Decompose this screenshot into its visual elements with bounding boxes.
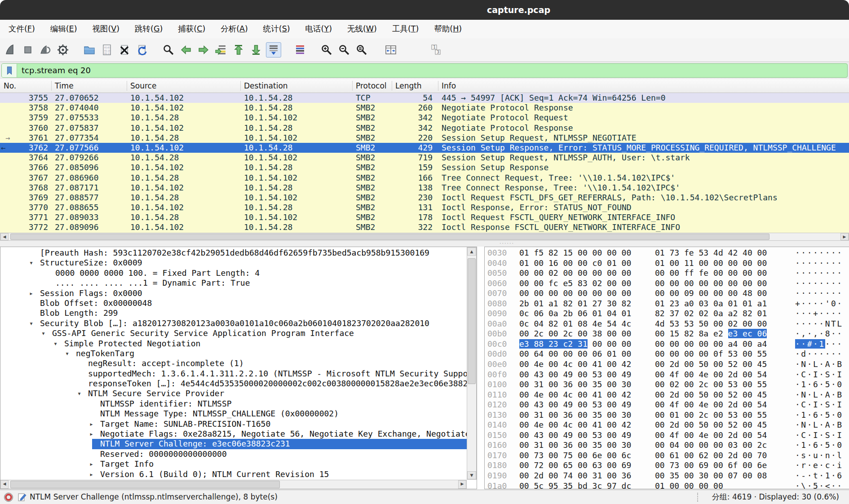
hex-ascii[interactable]: ········ ··	[795, 268, 849, 279]
packet-row-3767[interactable]: 376727.08696010.1.54.2810.1.54.102SMB216…	[0, 173, 849, 183]
menu-item[interactable]: 分析(A)	[213, 20, 256, 38]
hex-row-0040[interactable]: 004001 00 16 00 00 c0 01 0001 00 11 00 0…	[485, 258, 849, 269]
auto-scroll-icon[interactable]	[266, 42, 281, 57]
stop-capture-icon[interactable]	[20, 42, 35, 57]
column-divider[interactable]	[51, 81, 52, 91]
hex-bytes[interactable]: 00 00 09 00 00 00 48 00	[655, 288, 767, 299]
hex-bytes[interactable]: 00 04 00 00 00 03 00 2c	[655, 440, 767, 451]
detail-line[interactable]: ▸Target Name: SUNLAB-PRECISION-T1650	[0, 419, 467, 429]
hex-row-0060[interactable]: 006000 00 fc e5 83 02 00 0000 00 00 00 0…	[485, 279, 849, 289]
column-divider[interactable]	[127, 81, 127, 91]
hex-ascii[interactable]: ·-·t·1·6 ·5	[795, 471, 849, 481]
hex-bytes[interactable]: 01 73 fe 53 4d 42 40 00	[655, 248, 767, 258]
detail-line[interactable]: ▸Target Info	[0, 459, 467, 469]
detail-line[interactable]: 0000 0000 0000 100. = Fixed Part Length:…	[0, 268, 467, 278]
detail-line[interactable]: Reserved: 0000000000000000	[0, 449, 467, 459]
detail-vscrollbar[interactable]: ▲ ▼	[467, 247, 477, 480]
hex-bytes[interactable]: 00 73 00 69 00 6f 00 6e	[655, 460, 767, 471]
hex-bytes[interactable]: 00 61 00 62 00 2d 00 70	[655, 451, 767, 461]
column-numbers-icon[interactable]: 13	[429, 42, 445, 57]
col-header-protocol[interactable]: Protocol	[352, 79, 387, 93]
menu-item[interactable]: 帮助(H)	[426, 20, 469, 38]
hex-row-00e0[interactable]: 00e000 4e 00 4c 00 41 00 4200 2d 00 50 0…	[485, 359, 849, 370]
scroll-right-button[interactable]: ▶	[840, 233, 849, 240]
hex-bytes[interactable]: 00 43 00 49 00 53 00 49	[519, 370, 631, 380]
packet-row-3769[interactable]: 376927.08857710.1.54.2810.1.54.102SMB223…	[0, 193, 849, 203]
hex-row-0080[interactable]: 00802b 01 a1 82 01 27 30 8201 23 a0 03 0…	[485, 299, 849, 309]
packet-row-3762[interactable]: 376227.07756610.1.54.10210.1.54.28SMB242…	[0, 143, 849, 153]
packet-row-3771[interactable]: 377127.08903310.1.54.2810.1.54.102SMB217…	[0, 212, 849, 222]
scroll-left-button[interactable]: ◀	[0, 233, 9, 240]
hex-ascii[interactable]: ·1·6·5·0 ··	[795, 440, 849, 451]
hex-row-0160[interactable]: 016000 31 00 36 00 35 00 3000 04 00 00 0…	[485, 440, 849, 451]
hex-bytes[interactable]: 00 4e 00 4c 00 41 00 42	[519, 420, 631, 430]
detail-line[interactable]: NTLM Message Type: NTLMSSP_CHALLENGE (0x…	[0, 409, 467, 419]
packet-row-3770[interactable]: 377027.08865510.1.54.10210.1.54.28SMB213…	[0, 203, 849, 212]
colorize-icon[interactable]	[292, 42, 308, 57]
hex-bytes[interactable]: 00 72 00 65 00 63 00 69	[519, 460, 631, 471]
zoom-reset-icon[interactable]	[354, 42, 369, 57]
hex-bytes[interactable]: 00 2d 00 50 00 52 00 45	[655, 390, 767, 400]
detail-line[interactable]: NTLMSSP identifier: NTLMSSP	[0, 399, 467, 409]
hex-row-00d0[interactable]: 00d000 64 00 00 00 06 01 0000 00 00 00 0…	[485, 349, 849, 359]
hex-bytes[interactable]: 00 31 00 36 00 35 00 30	[519, 380, 631, 390]
detail-hscrollbar[interactable]: ◀ ▶	[0, 480, 467, 489]
detail-line[interactable]: .... .... .... ...1 = Dynamic Part: True	[0, 278, 467, 288]
hex-bytes[interactable]: 00 73 00 75 00 6e 00 6c	[519, 451, 631, 461]
hex-row-00c0[interactable]: 00c0e3 88 23 c2 31 00 00 0000 00 00 00 0…	[485, 339, 849, 349]
start-capture-icon[interactable]	[3, 42, 18, 57]
hex-row-0150[interactable]: 015000 43 00 49 00 53 00 4900 4f 00 4e 0…	[485, 430, 849, 441]
hex-bytes[interactable]: 00 00 00 00 00 a4 00 a4	[655, 339, 767, 349]
packet-row-3768[interactable]: 376827.08717110.1.54.10210.1.54.28SMB213…	[0, 183, 849, 193]
detail-line[interactable]: ▸Session Flags: 0x0000	[0, 288, 467, 298]
detail-line[interactable]: ▾Security Blob […]: a182012730820123a003…	[0, 318, 467, 328]
go-forward-icon[interactable]	[196, 42, 211, 57]
capture-comment-icon[interactable]	[17, 492, 27, 504]
hex-ascii[interactable]: ·1·6·5·0 ··	[795, 380, 849, 390]
hex-bytes[interactable]: 01 f5 82 15 00 00 00 00	[519, 248, 631, 258]
scroll-left-button[interactable]: ◀	[0, 480, 9, 489]
detail-line[interactable]: negResult: accept-incomplete (1)	[0, 358, 467, 368]
hex-row-0140[interactable]: 014000 4e 00 4c 00 41 00 4200 2d 00 50 0…	[485, 420, 849, 430]
hex-ascii[interactable]: ········ ··	[795, 279, 849, 289]
hex-bytes[interactable]: 00 35 00 30 00 07 00 08	[655, 471, 767, 481]
expert-info-icon[interactable]	[4, 492, 13, 504]
hex-bytes[interactable]: 00 2d 00 74 00 31 00 36	[519, 471, 631, 481]
menu-item[interactable]: 统计(S)	[256, 20, 298, 38]
hex-ascii[interactable]: ·s·u·n·l ·a	[795, 451, 849, 461]
hex-row-0130[interactable]: 013000 31 00 36 00 35 00 3000 01 00 2c 0…	[485, 410, 849, 420]
hex-bytes[interactable]: 00 15 82 8a e2 e3 ec 06	[655, 329, 767, 339]
hex-row-0190[interactable]: 019000 2d 00 74 00 31 00 3600 35 00 30 0…	[485, 471, 849, 481]
hex-bytes[interactable]: 00 4e 00 4c 00 41 00 42	[519, 390, 631, 400]
detail-line[interactable]: ▾Simple Protected Negotiation	[0, 339, 467, 349]
hex-ascii[interactable]: ········ ··	[795, 288, 849, 299]
hex-bytes[interactable]: 0c 06 0a 2b 06 01 04 01	[519, 309, 631, 319]
hex-bytes[interactable]: 00 4f 00 4e 00 2d 00 54	[655, 430, 767, 441]
scrollbar-thumb[interactable]	[468, 258, 476, 384]
hex-bytes[interactable]: 4d 53 53 50 00 02 00 00	[655, 319, 767, 329]
hex-bytes[interactable]: 01 23 a0 03 0a 01 01 a1	[655, 299, 767, 309]
col-header-no[interactable]: No.	[0, 79, 16, 93]
scrollbar-thumb[interactable]	[10, 234, 769, 240]
go-to-bottom-icon[interactable]	[248, 42, 264, 57]
pane-splitter[interactable]	[0, 241, 849, 247]
col-header-time[interactable]: Time	[51, 79, 74, 93]
hex-bytes[interactable]: 00 00 fc e5 83 02 00 00	[519, 279, 631, 289]
packet-row-3766[interactable]: 376627.08509610.1.54.10210.1.54.28SMB215…	[0, 163, 849, 172]
detail-line[interactable]: responseToken […]: 4e544c4d5353500002000…	[0, 379, 467, 389]
scroll-down-button[interactable]: ▼	[467, 471, 476, 479]
hex-ascii[interactable]: ··#·1··· ··	[795, 339, 849, 349]
hex-bytes[interactable]: 00 00 02 00 00 00 00 00	[519, 268, 631, 279]
detail-line-selected[interactable]: NTLM Server Challenge: e3ec06e38823c231	[0, 439, 467, 449]
restart-capture-icon[interactable]	[38, 42, 53, 57]
scrollbar-thumb[interactable]	[10, 481, 280, 488]
column-divider[interactable]	[392, 81, 392, 91]
hex-bytes[interactable]: 0c 04 82 01 08 4e 54 4c	[519, 319, 631, 329]
hex-ascii[interactable]: ·N·L·A·B ·-	[795, 420, 849, 430]
hex-bytes[interactable]: 01 00 11 00 00 00 00 00	[655, 258, 767, 269]
hex-bytes[interactable]: 00 31 00 36 00 35 00 30	[519, 410, 631, 420]
titlebar[interactable]: capture.pcap	[0, 0, 849, 20]
hex-bytes[interactable]: 00 5c 95 35 bd 3c 97 dc	[519, 481, 631, 489]
column-divider[interactable]	[438, 81, 438, 91]
zoom-out-icon[interactable]	[336, 42, 352, 57]
